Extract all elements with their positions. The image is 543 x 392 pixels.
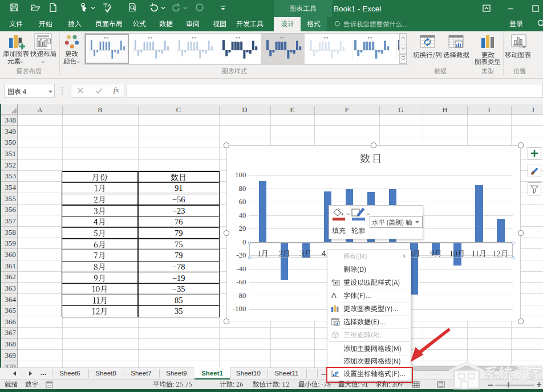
svg-text:A: A: [331, 291, 337, 300]
